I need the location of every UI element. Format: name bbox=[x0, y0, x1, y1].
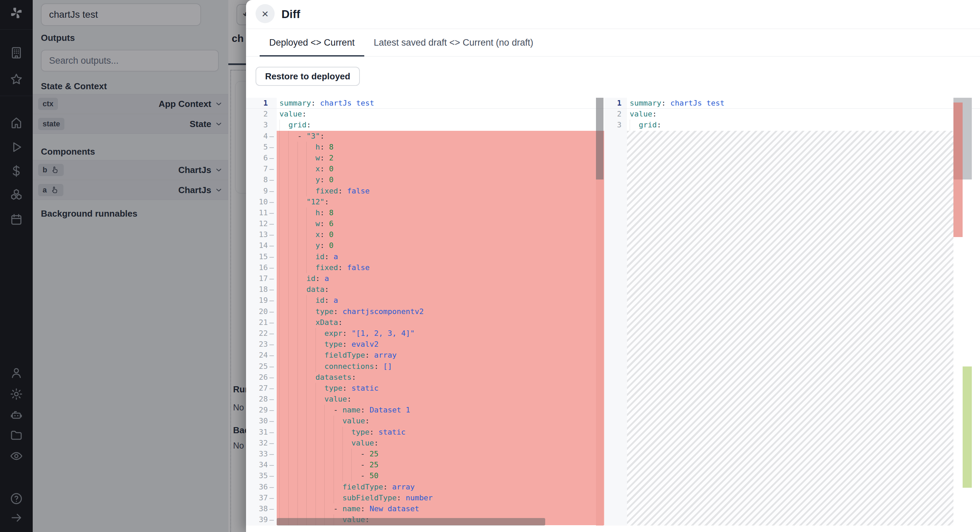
code-line: type: static bbox=[277, 383, 604, 394]
code-line: type: evalv2 bbox=[277, 339, 604, 350]
code-line: data: bbox=[277, 284, 604, 295]
code-line: value: bbox=[277, 394, 604, 405]
diff-pane-current[interactable]: 123 summary: chartJs testvalue:grid: bbox=[604, 98, 980, 526]
line-number: 15— bbox=[246, 251, 277, 262]
line-number: 6— bbox=[246, 152, 277, 164]
code-line: summary: chartJs test bbox=[627, 98, 980, 109]
line-number: 10— bbox=[246, 197, 277, 207]
diff-pane-deployed[interactable]: 1234—5—6—7—8—9—10—11—12—13—14—15—16—17—1… bbox=[246, 98, 604, 526]
added-region-marker bbox=[963, 367, 972, 488]
line-number: 34— bbox=[246, 459, 277, 470]
line-number: 35— bbox=[246, 470, 277, 481]
empty-region-hatch bbox=[627, 131, 953, 526]
code-line: type: chartjscomponentv2 bbox=[277, 306, 604, 317]
code-line: y: 0 bbox=[277, 240, 604, 251]
code-line: expr: "[1, 2, 3, 4]" bbox=[277, 328, 604, 339]
line-number: 1 bbox=[246, 98, 277, 109]
restore-to-deployed-button[interactable]: Restore to deployed bbox=[256, 67, 360, 86]
code-line: - "3": bbox=[277, 131, 604, 142]
diff-modal: × Diff Deployed <> CurrentLatest saved d… bbox=[246, 0, 980, 532]
line-number: 31— bbox=[246, 427, 277, 438]
tab-draft-current[interactable]: Latest saved draft <> Current (no draft) bbox=[364, 29, 543, 56]
line-number: 30— bbox=[246, 416, 277, 426]
line-number: 23— bbox=[246, 339, 277, 350]
line-number: 33— bbox=[246, 449, 277, 459]
vertical-scrollbar-thumb[interactable] bbox=[596, 98, 603, 179]
code-line: id: a bbox=[277, 295, 604, 306]
code-line: fixed: false bbox=[277, 262, 604, 273]
deleted-region-marker bbox=[596, 131, 603, 526]
line-number: 27— bbox=[246, 383, 277, 394]
line-number: 14— bbox=[246, 240, 277, 251]
line-number: 11— bbox=[246, 207, 277, 218]
line-number: 3 bbox=[246, 119, 277, 130]
code-line: "12": bbox=[277, 197, 604, 207]
code-line: xData: bbox=[277, 317, 604, 328]
line-number: 26— bbox=[246, 372, 277, 383]
code-line: h: 8 bbox=[277, 207, 604, 218]
line-number: 36— bbox=[246, 481, 277, 492]
line-number: 1 bbox=[604, 98, 627, 109]
line-number: 29— bbox=[246, 405, 277, 416]
line-number: 3 bbox=[604, 119, 627, 130]
code-line: - name: Dataset 1 bbox=[277, 405, 604, 416]
code-line: id: a bbox=[277, 251, 604, 262]
code-line: fieldType: array bbox=[277, 350, 604, 360]
line-number: 28— bbox=[246, 394, 277, 405]
code-line: summary: chartJs test bbox=[277, 98, 604, 109]
close-icon: × bbox=[262, 7, 269, 21]
line-number: 8— bbox=[246, 175, 277, 185]
line-number: 18— bbox=[246, 284, 277, 295]
tab-deployed-current[interactable]: Deployed <> Current bbox=[260, 29, 364, 56]
code-line: grid: bbox=[627, 119, 980, 130]
line-number: 37— bbox=[246, 492, 277, 503]
code-line: value: bbox=[627, 109, 980, 119]
code-line: h: 8 bbox=[277, 142, 604, 152]
code-line: id: a bbox=[277, 273, 604, 284]
line-number: 17— bbox=[246, 273, 277, 284]
code-line: value: bbox=[277, 109, 604, 119]
line-number: 9— bbox=[246, 186, 277, 197]
code-line: y: 0 bbox=[277, 175, 604, 185]
modal-title: Diff bbox=[282, 0, 300, 29]
code-line: - 25 bbox=[277, 449, 604, 459]
code-line: grid: bbox=[277, 119, 604, 130]
code-line: x: 0 bbox=[277, 229, 604, 240]
code-line: fixed: false bbox=[277, 186, 604, 197]
code-line: - 25 bbox=[277, 459, 604, 470]
line-number: 19— bbox=[246, 295, 277, 306]
code-line: connections: [] bbox=[277, 361, 604, 372]
left-pane-overview-ruler bbox=[596, 98, 603, 526]
line-number: 38— bbox=[246, 503, 277, 514]
line-number: 25— bbox=[246, 361, 277, 372]
code-line: datasets: bbox=[277, 372, 604, 383]
code-line: w: 2 bbox=[277, 152, 604, 164]
close-button[interactable]: × bbox=[256, 4, 275, 23]
line-number: 13— bbox=[246, 229, 277, 240]
code-line: fieldType: array bbox=[277, 481, 604, 492]
code-line: - name: New dataset bbox=[277, 503, 604, 514]
code-line: x: 0 bbox=[277, 164, 604, 175]
line-number: 5— bbox=[246, 142, 277, 152]
line-number: 32— bbox=[246, 438, 277, 449]
horizontal-scrollbar-thumb[interactable] bbox=[277, 518, 545, 526]
code-line: type: static bbox=[277, 427, 604, 438]
line-number: 21— bbox=[246, 317, 277, 328]
code-line: w: 6 bbox=[277, 218, 604, 229]
line-number: 2 bbox=[246, 109, 277, 119]
code-line: value: bbox=[277, 416, 604, 426]
line-number: 2 bbox=[604, 109, 627, 119]
diff-tabs: Deployed <> CurrentLatest saved draft <>… bbox=[246, 29, 980, 57]
line-number-gutter: 123 bbox=[604, 98, 627, 526]
right-pane-overview-ruler bbox=[953, 98, 972, 526]
line-number: 7— bbox=[246, 164, 277, 175]
line-number: 24— bbox=[246, 350, 277, 360]
code-line: - 50 bbox=[277, 470, 604, 481]
line-number: 16— bbox=[246, 262, 277, 273]
diff-editor: 1234—5—6—7—8—9—10—11—12—13—14—15—16—17—1… bbox=[246, 98, 980, 526]
code-line: value: bbox=[277, 438, 604, 449]
line-number: 20— bbox=[246, 306, 277, 317]
line-number: 22— bbox=[246, 328, 277, 339]
app-window: Outputs State & Context ctx App Context … bbox=[0, 0, 980, 532]
line-number: 12— bbox=[246, 218, 277, 229]
